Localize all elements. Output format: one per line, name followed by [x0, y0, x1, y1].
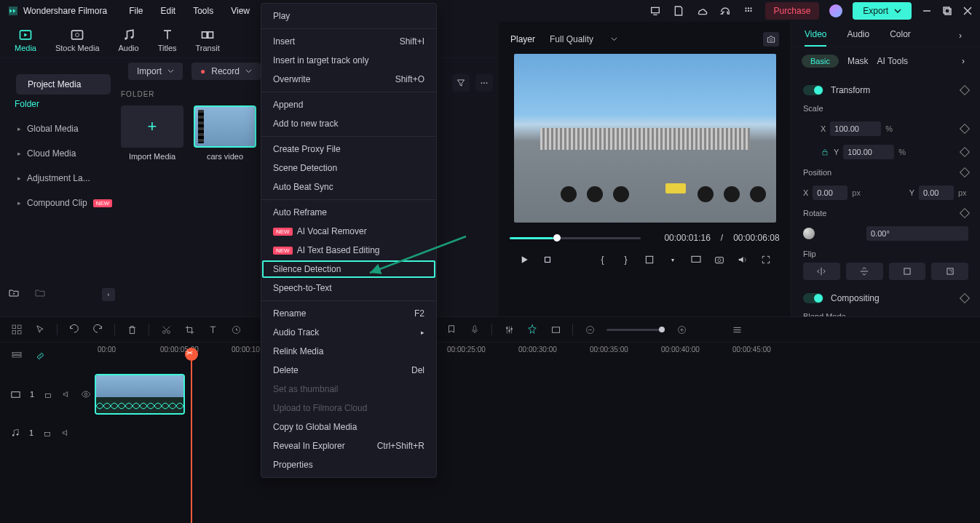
- context-menu-item[interactable]: Append: [261, 95, 436, 114]
- scale-x-input[interactable]: [830, 121, 881, 136]
- minimize-button[interactable]: [922, 6, 932, 16]
- cloud-icon[interactable]: [695, 4, 708, 17]
- prop-tab-audio[interactable]: Audio: [847, 29, 869, 47]
- keyframe-diamond-icon[interactable]: [960, 167, 970, 177]
- save-icon[interactable]: [672, 4, 685, 17]
- subtab-mask[interactable]: Mask: [847, 56, 869, 66]
- context-menu-item[interactable]: Auto Beat Sync: [261, 177, 436, 196]
- fullscreen-icon[interactable]: [759, 253, 772, 266]
- context-menu-item[interactable]: Copy to Global Media: [261, 418, 436, 436]
- purchase-button[interactable]: Purchase: [765, 2, 820, 20]
- cut-icon[interactable]: [159, 323, 173, 336]
- rotate-input[interactable]: [866, 226, 968, 241]
- context-menu-item[interactable]: Auto Reframe: [261, 203, 436, 222]
- pos-y-input[interactable]: [919, 185, 954, 200]
- context-menu-item[interactable]: Add to new track: [261, 114, 436, 133]
- context-menu-item[interactable]: Create Proxy File: [261, 140, 436, 159]
- layout-icon[interactable]: [10, 323, 23, 336]
- speed-icon[interactable]: [229, 323, 242, 336]
- tab-media[interactable]: Media: [15, 28, 36, 52]
- flip-vertical-button[interactable]: [846, 263, 883, 280]
- track-mute-icon[interactable]: [61, 428, 71, 438]
- flip-both-button[interactable]: [889, 263, 926, 280]
- folder-tab[interactable]: Folder: [15, 92, 116, 116]
- timeline-ruler[interactable]: 00:00 00:00:05:00 00:00:10:00 00:00:25:0…: [0, 343, 980, 359]
- apps-icon[interactable]: [742, 4, 755, 17]
- subtab-ai-tools[interactable]: AI Tools: [877, 56, 908, 66]
- subtab-basic[interactable]: Basic: [802, 55, 839, 68]
- trash-icon[interactable]: [125, 323, 138, 336]
- record-dropdown[interactable]: ●Record: [191, 63, 261, 80]
- collapse-sidebar-button[interactable]: ‹: [102, 288, 115, 301]
- compositing-toggle[interactable]: [803, 293, 823, 303]
- mark-in-icon[interactable]: {: [596, 253, 609, 266]
- device-icon[interactable]: [649, 4, 662, 17]
- menu-file[interactable]: File: [129, 6, 143, 16]
- context-menu-item[interactable]: DeleteDel: [261, 361, 436, 380]
- effects-icon[interactable]: [526, 323, 539, 336]
- zoom-in-icon[interactable]: [675, 323, 688, 336]
- delete-folder-icon[interactable]: [33, 287, 47, 300]
- user-avatar[interactable]: [829, 4, 842, 17]
- text-tool-icon[interactable]: [206, 323, 219, 336]
- context-menu-item[interactable]: Properties: [261, 455, 436, 474]
- aspect-icon[interactable]: [549, 323, 562, 336]
- context-menu-item[interactable]: Audio Track▸: [261, 323, 436, 342]
- seek-bar[interactable]: [510, 237, 641, 239]
- menu-edit[interactable]: Edit: [161, 6, 176, 16]
- redo-icon[interactable]: [91, 323, 104, 336]
- maximize-button[interactable]: [942, 6, 952, 16]
- sidebar-adjustment-layer[interactable]: ▸Adjustment La...: [15, 166, 116, 191]
- lock-icon[interactable]: [821, 148, 829, 156]
- import-dropdown[interactable]: Import: [128, 63, 183, 80]
- audio-mixer-icon[interactable]: [502, 323, 515, 336]
- tab-transitions[interactable]: Transit: [196, 28, 220, 52]
- chevron-right-icon[interactable]: ›: [957, 55, 970, 68]
- export-button[interactable]: Export: [853, 2, 912, 20]
- context-menu-item[interactable]: Scene Detection: [261, 159, 436, 177]
- timeline-clip[interactable]: [95, 374, 185, 415]
- prop-tab-color[interactable]: Color: [890, 29, 911, 47]
- scale-y-input[interactable]: [843, 145, 894, 159]
- camera-icon[interactable]: [713, 253, 726, 266]
- filter-icon[interactable]: [452, 74, 470, 92]
- play-button[interactable]: [518, 253, 531, 266]
- sidebar-global-media[interactable]: ▸Global Media: [15, 116, 116, 141]
- tab-titles[interactable]: Titles: [158, 28, 177, 52]
- new-folder-icon[interactable]: [7, 287, 20, 300]
- quality-dropdown[interactable]: Full Quality: [550, 34, 617, 44]
- keyframe-diamond-icon[interactable]: [960, 293, 970, 303]
- zoom-out-icon[interactable]: [583, 323, 596, 336]
- snapshot-icon[interactable]: [763, 32, 779, 47]
- keyframe-diamond-icon[interactable]: [960, 124, 970, 134]
- sidebar-cloud-media[interactable]: ▸Cloud Media: [15, 141, 116, 166]
- track-lock-icon[interactable]: [42, 428, 52, 438]
- more-icon[interactable]: [475, 74, 493, 92]
- transform-toggle[interactable]: [803, 85, 823, 95]
- rotate-knob[interactable]: [803, 228, 815, 239]
- context-menu-item[interactable]: Relink Media: [261, 342, 436, 361]
- prop-tab-video[interactable]: Video: [805, 29, 826, 47]
- mic-icon[interactable]: [468, 323, 481, 336]
- media-clip-card[interactable]: cars video: [194, 105, 256, 161]
- track-mute-icon[interactable]: [62, 389, 72, 399]
- close-button[interactable]: [963, 6, 973, 16]
- crop-chevron-icon[interactable]: ▾: [666, 253, 679, 266]
- marker-icon[interactable]: [445, 323, 458, 336]
- chevron-right-icon[interactable]: ›: [954, 29, 967, 42]
- context-menu-item[interactable]: Reveal In ExplorerCtrl+Shift+R: [261, 436, 436, 455]
- timeline-options-icon[interactable]: [730, 323, 743, 336]
- flip-horizontal-button[interactable]: [803, 263, 840, 280]
- context-menu-item[interactable]: OverwriteShift+O: [261, 70, 436, 89]
- tab-audio[interactable]: Audio: [119, 28, 139, 52]
- context-menu-item[interactable]: InsertShift+I: [261, 32, 436, 51]
- context-menu-item[interactable]: Insert in target track only: [261, 51, 436, 70]
- undo-icon[interactable]: [68, 323, 81, 336]
- context-menu-item[interactable]: RenameF2: [261, 304, 436, 323]
- stop-button[interactable]: [541, 253, 554, 266]
- keyframe-diamond-icon[interactable]: [960, 85, 970, 95]
- keyframe-diamond-icon[interactable]: [960, 147, 970, 157]
- keyframe-diamond-icon[interactable]: [960, 208, 970, 218]
- track-lock-icon[interactable]: [43, 389, 53, 399]
- display-icon[interactable]: [689, 253, 703, 266]
